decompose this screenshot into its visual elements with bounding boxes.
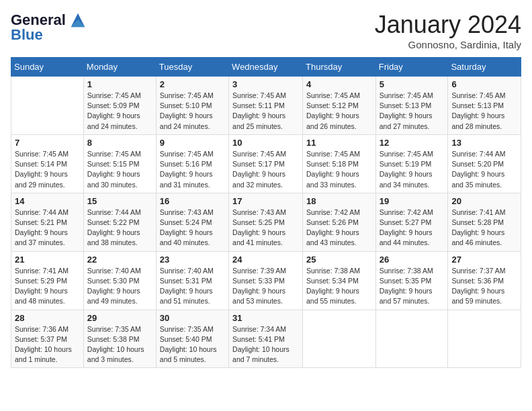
- day-info: Sunrise: 7:45 AMSunset: 5:16 PMDaylight:…: [160, 149, 225, 190]
- day-info: Sunrise: 7:38 AMSunset: 5:34 PMDaylight:…: [306, 266, 372, 307]
- day-info: Sunrise: 7:39 AMSunset: 5:33 PMDaylight:…: [232, 266, 299, 307]
- calendar-cell: 6Sunrise: 7:45 AMSunset: 5:13 PMDaylight…: [448, 77, 521, 135]
- day-number: 29: [87, 313, 152, 323]
- day-info: Sunrise: 7:45 AMSunset: 5:12 PMDaylight:…: [306, 91, 372, 132]
- calendar-cell: 22Sunrise: 7:40 AMSunset: 5:30 PMDayligh…: [83, 251, 156, 310]
- day-info: Sunrise: 7:44 AMSunset: 5:21 PMDaylight:…: [15, 208, 80, 248]
- calendar-cell: 12Sunrise: 7:45 AMSunset: 5:19 PMDayligh…: [375, 134, 448, 193]
- weekday-header-sunday: Sunday: [11, 58, 84, 77]
- weekday-header-saturday: Saturday: [448, 58, 521, 77]
- weekday-header-wednesday: Wednesday: [229, 58, 303, 77]
- calendar-cell: 13Sunrise: 7:44 AMSunset: 5:20 PMDayligh…: [448, 134, 521, 193]
- day-info: Sunrise: 7:36 AMSunset: 5:37 PMDaylight:…: [15, 324, 80, 365]
- day-number: 9: [160, 138, 225, 148]
- calendar-cell: 28Sunrise: 7:36 AMSunset: 5:37 PMDayligh…: [11, 310, 84, 368]
- day-info: Sunrise: 7:41 AMSunset: 5:28 PMDaylight:…: [451, 208, 517, 248]
- month-title: January 2024: [375, 11, 521, 39]
- day-number: 13: [451, 138, 517, 148]
- day-info: Sunrise: 7:44 AMSunset: 5:22 PMDaylight:…: [87, 208, 152, 248]
- calendar-cell: 3Sunrise: 7:45 AMSunset: 5:11 PMDaylight…: [229, 77, 303, 135]
- calendar-cell: 19Sunrise: 7:42 AMSunset: 5:27 PMDayligh…: [375, 193, 448, 251]
- day-number: 31: [232, 313, 299, 323]
- day-number: 17: [232, 196, 299, 206]
- day-info: Sunrise: 7:45 AMSunset: 5:19 PMDaylight:…: [380, 149, 445, 190]
- day-number: 26: [380, 255, 445, 265]
- calendar-cell: 29Sunrise: 7:35 AMSunset: 5:38 PMDayligh…: [83, 310, 156, 368]
- calendar-cell: 1Sunrise: 7:45 AMSunset: 5:09 PMDaylight…: [83, 77, 156, 135]
- week-row-2: 7Sunrise: 7:45 AMSunset: 5:14 PMDaylight…: [11, 134, 521, 193]
- calendar-cell: 4Sunrise: 7:45 AMSunset: 5:12 PMDaylight…: [303, 77, 376, 135]
- day-number: 18: [306, 196, 372, 206]
- day-number: 16: [160, 196, 225, 206]
- day-number: 3: [232, 79, 299, 89]
- day-number: 14: [15, 196, 80, 206]
- day-info: Sunrise: 7:40 AMSunset: 5:31 PMDaylight:…: [160, 266, 225, 307]
- day-info: Sunrise: 7:42 AMSunset: 5:26 PMDaylight:…: [306, 208, 372, 248]
- day-number: 27: [451, 255, 517, 265]
- calendar-cell: 5Sunrise: 7:45 AMSunset: 5:13 PMDaylight…: [375, 77, 448, 135]
- calendar-cell: 10Sunrise: 7:45 AMSunset: 5:17 PMDayligh…: [229, 134, 303, 193]
- day-info: Sunrise: 7:45 AMSunset: 5:11 PMDaylight:…: [232, 91, 299, 132]
- day-number: 1: [87, 79, 152, 89]
- day-info: Sunrise: 7:45 AMSunset: 5:10 PMDaylight:…: [160, 91, 225, 132]
- location: Gonnosno, Sardinia, Italy: [375, 39, 521, 50]
- day-info: Sunrise: 7:45 AMSunset: 5:13 PMDaylight:…: [380, 91, 445, 132]
- day-number: 28: [15, 313, 80, 323]
- calendar-cell: 24Sunrise: 7:39 AMSunset: 5:33 PMDayligh…: [229, 251, 303, 310]
- title-section: January 2024 Gonnosno, Sardinia, Italy: [375, 11, 521, 50]
- day-info: Sunrise: 7:42 AMSunset: 5:27 PMDaylight:…: [380, 208, 445, 248]
- day-info: Sunrise: 7:45 AMSunset: 5:18 PMDaylight:…: [306, 149, 372, 190]
- day-info: Sunrise: 7:43 AMSunset: 5:24 PMDaylight:…: [160, 208, 225, 248]
- day-info: Sunrise: 7:43 AMSunset: 5:25 PMDaylight:…: [232, 208, 299, 248]
- day-number: 11: [306, 138, 372, 148]
- day-number: 23: [160, 255, 225, 265]
- logo: General Blue: [11, 11, 87, 43]
- day-number: 8: [87, 138, 152, 148]
- calendar-cell: 20Sunrise: 7:41 AMSunset: 5:28 PMDayligh…: [448, 193, 521, 251]
- calendar-cell: 2Sunrise: 7:45 AMSunset: 5:10 PMDaylight…: [156, 77, 228, 135]
- week-row-3: 14Sunrise: 7:44 AMSunset: 5:21 PMDayligh…: [11, 193, 521, 251]
- week-row-1: 1Sunrise: 7:45 AMSunset: 5:09 PMDaylight…: [11, 77, 521, 135]
- calendar-cell: 8Sunrise: 7:45 AMSunset: 5:15 PMDaylight…: [83, 134, 156, 193]
- logo-blue-text: Blue: [11, 27, 43, 43]
- day-number: 2: [160, 79, 225, 89]
- day-number: 21: [15, 255, 80, 265]
- calendar-cell: 21Sunrise: 7:41 AMSunset: 5:29 PMDayligh…: [11, 251, 84, 310]
- day-info: Sunrise: 7:44 AMSunset: 5:20 PMDaylight:…: [451, 149, 517, 190]
- day-info: Sunrise: 7:37 AMSunset: 5:36 PMDaylight:…: [451, 266, 517, 307]
- day-number: 6: [451, 79, 517, 89]
- calendar-cell: 7Sunrise: 7:45 AMSunset: 5:14 PMDaylight…: [11, 134, 84, 193]
- weekday-header-monday: Monday: [83, 58, 156, 77]
- weekday-header-friday: Friday: [375, 58, 448, 77]
- day-number: 30: [160, 313, 225, 323]
- day-number: 5: [380, 79, 445, 89]
- day-info: Sunrise: 7:38 AMSunset: 5:35 PMDaylight:…: [380, 266, 445, 307]
- day-number: 19: [380, 196, 445, 206]
- day-info: Sunrise: 7:45 AMSunset: 5:09 PMDaylight:…: [87, 91, 152, 132]
- calendar-cell: 14Sunrise: 7:44 AMSunset: 5:21 PMDayligh…: [11, 193, 84, 251]
- calendar-cell: 25Sunrise: 7:38 AMSunset: 5:34 PMDayligh…: [303, 251, 376, 310]
- day-info: Sunrise: 7:35 AMSunset: 5:40 PMDaylight:…: [160, 324, 225, 365]
- day-number: 10: [232, 138, 299, 148]
- day-info: Sunrise: 7:45 AMSunset: 5:13 PMDaylight:…: [451, 91, 517, 132]
- day-number: 25: [306, 255, 372, 265]
- day-info: Sunrise: 7:45 AMSunset: 5:17 PMDaylight:…: [232, 149, 299, 190]
- day-number: 22: [87, 255, 152, 265]
- calendar-cell: 18Sunrise: 7:42 AMSunset: 5:26 PMDayligh…: [303, 193, 376, 251]
- day-info: Sunrise: 7:41 AMSunset: 5:29 PMDaylight:…: [15, 266, 80, 307]
- calendar-cell: [448, 310, 521, 368]
- week-row-5: 28Sunrise: 7:36 AMSunset: 5:37 PMDayligh…: [11, 310, 521, 368]
- day-info: Sunrise: 7:40 AMSunset: 5:30 PMDaylight:…: [87, 266, 152, 307]
- calendar-cell: [11, 77, 84, 135]
- weekday-header-row: SundayMondayTuesdayWednesdayThursdayFrid…: [11, 58, 521, 77]
- day-info: Sunrise: 7:45 AMSunset: 5:14 PMDaylight:…: [15, 149, 80, 190]
- day-info: Sunrise: 7:45 AMSunset: 5:15 PMDaylight:…: [87, 149, 152, 190]
- calendar-cell: 11Sunrise: 7:45 AMSunset: 5:18 PMDayligh…: [303, 134, 376, 193]
- page-header: General Blue January 2024 Gonnosno, Sard…: [11, 11, 521, 50]
- calendar-cell: [375, 310, 448, 368]
- day-number: 24: [232, 255, 299, 265]
- logo-icon: [69, 11, 87, 30]
- day-info: Sunrise: 7:35 AMSunset: 5:38 PMDaylight:…: [87, 324, 152, 365]
- day-number: 12: [380, 138, 445, 148]
- calendar-cell: 9Sunrise: 7:45 AMSunset: 5:16 PMDaylight…: [156, 134, 228, 193]
